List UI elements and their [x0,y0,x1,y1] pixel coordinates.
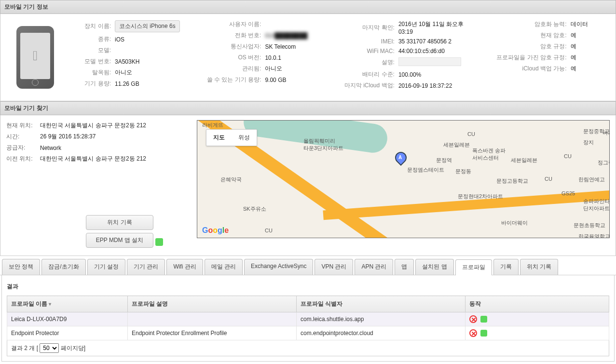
map-poi: 문정현대2차아파트 [458,193,503,200]
label-model: 모델: [64,46,115,54]
cell-id: com.endpointprotector.cloud [297,326,465,340]
delete-icon[interactable] [469,329,477,337]
map-poi: CU [545,176,552,182]
value-capacity: 11.26 GB [115,81,188,87]
results-panel: 결과 프로파일 이름 프로파일 설명 프로파일 식별자 동작 Leica D-L… [1,275,615,362]
cell-desc [128,312,297,326]
value-last-check: 2016년 10월 11일 화오후 03:19 [398,20,477,35]
value-icloud: 2016-09-19 18:37:22 [398,82,477,89]
map-poi: CU [564,153,572,159]
value-os: 10.0.1 [265,54,321,61]
label-last-check: 마지막 확인: [331,24,398,32]
map-poi: 세븐일레븐 [511,157,537,164]
tab-12[interactable]: 기록 [493,259,519,275]
col-profile-desc[interactable]: 프로파일 설명 [128,296,297,312]
map-marker[interactable]: A [393,149,409,166]
tab-0[interactable]: 보안 정책 [2,259,40,275]
map-tab-map[interactable]: 지도 [206,130,232,146]
map-poi: 버거킹 [602,129,610,136]
value-carrier: SK Telecom [265,43,321,50]
value-type: iOS [115,36,188,43]
map-poi: 올림픽훼미리 타운3단지아파트 [303,137,343,152]
tab-1[interactable]: 잠금/초기화 [41,259,85,275]
value-phone: 010████████ [265,32,321,39]
results-title: 결과 [7,280,609,296]
label-enc-reg: 암호 규정: [486,42,571,51]
label-managed: 관리됨: [197,65,265,73]
tab-4[interactable]: Wifi 관리 [166,259,203,275]
map-poi: 세븐일레븐 [443,141,470,148]
label-model-no: 모델 번호: [64,57,115,66]
cell-desc: Endpoint Protector Enrollment Profile [128,326,297,340]
value-prev-loc: 대한민국 서울특별시 송파구 문정2동 212 [40,155,192,163]
map-poi: SK주유소 [243,205,266,213]
value-enc-reg: 예 [571,42,610,51]
value-enc-prof: 예 [571,54,610,62]
map-poi: 문정고등학교 [496,177,528,185]
google-logo: Google [202,226,229,235]
value-avail: 9.00 GB [265,77,321,83]
delete-icon[interactable] [469,315,477,323]
table-row[interactable]: Leica D-LUX-00A7D9com.leica.shuttle.ios.… [7,312,609,326]
map-poi: 한림연예고 [578,176,605,183]
map-tab-satellite[interactable]: 위성 [232,130,257,146]
device-info-header: 모바일 기기 정보 [0,0,616,14]
value-time: 26 9월 2016 15:28:37 [40,133,192,141]
value-provider: Network [40,145,192,151]
label-imei: IMEI: [331,38,398,45]
tab-2[interactable]: 기기 설정 [87,259,125,275]
value-device-name[interactable]: 코소시스의 iPhone 6s [115,20,180,32]
label-prev-loc: 이전 위치: [6,155,40,163]
map-poi: GS25 [561,190,575,196]
tab-13[interactable]: 위치 기록 [520,259,558,275]
tab-bar: 보안 정책잠금/초기화기기 설정기기 관리Wifi 관리메일 관리Exchang… [0,256,616,275]
cell-action [465,326,609,340]
tab-5[interactable]: 메일 관리 [205,259,243,275]
label-icloud: 마지막 iCloud 백업: [331,81,398,90]
value-desc [398,57,461,66]
label-os: OS 버전: [197,54,265,62]
device-image:  [6,19,64,96]
table-row[interactable]: Endpoint ProtectorEndpoint Protector Enr… [7,326,609,340]
location-history-button[interactable]: 위치 기록 [86,215,153,230]
tab-8[interactable]: APN 관리 [355,259,393,275]
map-poi: 은혜약국 [220,176,242,183]
pager-suffix: 페이지당] [61,345,85,351]
value-battery: 100.00% [398,71,477,78]
tab-7[interactable]: VPN 관리 [315,259,353,275]
tab-11[interactable]: 프로파일 [455,259,492,275]
tab-6[interactable]: Exchange ActiveSync [244,259,313,275]
find-device-body: 현재 위치:대한민국 서울특별시 송파구 문정2동 212 시간:26 9월 2… [0,115,616,256]
map[interactable]: 지도 위성 A Google 올림픽훼미리 타운3단지아파트 문정엠스테이트 문… [197,120,610,238]
label-desc: 설명: [331,58,398,67]
col-profile-name[interactable]: 프로파일 이름 [7,296,128,312]
col-action[interactable]: 동작 [465,296,609,312]
map-type-control[interactable]: 지도 위성 [206,129,257,146]
apple-icon:  [33,48,38,64]
cell-id: com.leica.shuttle.ios.app [297,312,465,326]
value-cur-loc: 대한민국 서울특별시 송파구 문정2동 212 [40,121,192,130]
map-poi: 정그린 [598,159,610,166]
install-mdm-button[interactable]: EPP MDM 앱 설치 [86,233,153,248]
map-poi: 장지 [583,139,594,146]
tab-10[interactable]: 설치된 앱 [415,259,453,275]
map-poi: 라비게뜨 [202,121,223,129]
tab-9[interactable]: 앱 [395,259,414,275]
col-profile-id[interactable]: 프로파일 식별자 [297,296,465,312]
value-managed: 아니오 [265,65,321,73]
label-type: 종류: [64,35,115,43]
value-enc-cur: 예 [571,31,610,40]
label-time: 시간: [6,133,40,141]
label-enc-cur: 현재 암호: [486,31,571,40]
label-battery: 배터리 수준: [331,70,398,79]
profiles-table: 프로파일 이름 프로파일 설명 프로파일 식별자 동작 Leica D-LUX-… [7,296,609,340]
page-size-select[interactable]: 50 [40,343,59,353]
status-icon[interactable] [480,316,487,323]
cell-name: Leica D-LUX-00A7D9 [7,312,128,326]
cell-name: Endpoint Protector [7,326,128,340]
label-jailbroken: 탈옥됨: [64,68,115,77]
tab-3[interactable]: 기기 관리 [127,259,165,275]
status-icon[interactable] [480,330,487,337]
label-enc-prof: 프로파일을 가진 암호 규정: [486,54,571,62]
cell-action [465,312,609,326]
